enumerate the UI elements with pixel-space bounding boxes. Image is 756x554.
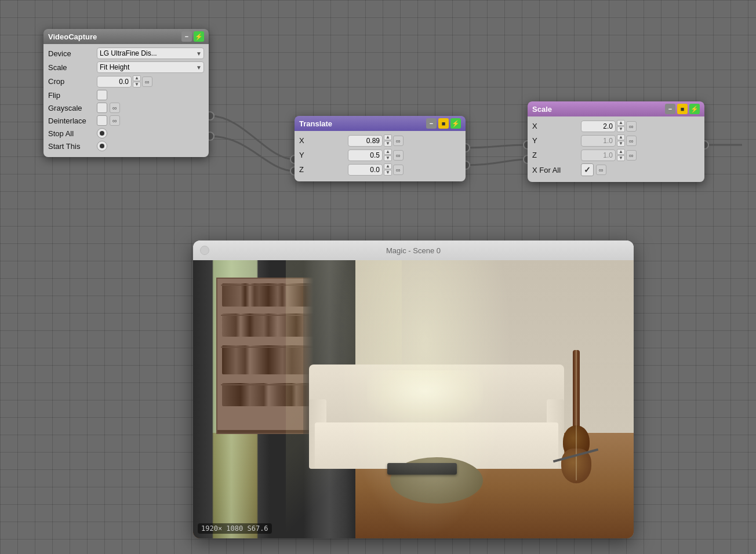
scale-select-wrapper[interactable]: Fit Height ▼ xyxy=(97,61,204,73)
preview-title: Magic - Scene 0 xyxy=(386,246,441,255)
scale-select[interactable]: Fit Height xyxy=(97,61,204,73)
scale-x-spinner: ▲ ▼ xyxy=(617,120,625,132)
preview-window: Magic - Scene 0 xyxy=(193,240,634,538)
crop-input-wrapper: ▲ ▼ ∞ xyxy=(97,75,204,88)
crop-up-btn[interactable]: ▲ xyxy=(133,75,141,81)
translate-y-input[interactable] xyxy=(348,150,383,161)
translate-x-spinner: ▲ ▼ xyxy=(384,134,392,147)
scale-x-down-btn[interactable]: ▼ xyxy=(617,126,625,132)
translate-z-wrapper: ▲ ▼ ∞ xyxy=(348,163,461,176)
scale-z-input[interactable] xyxy=(581,150,616,161)
translate-x-input[interactable] xyxy=(348,135,383,147)
translate-z-link-btn[interactable]: ∞ xyxy=(393,165,404,175)
scene-canvas xyxy=(193,260,634,538)
preview-content: 1920× 1080 S67.6 xyxy=(193,260,634,538)
scale-xforall-row: X For All ✓ ∞ xyxy=(532,163,700,176)
scale-xforall-link-btn[interactable]: ∞ xyxy=(596,165,606,175)
start-this-radio[interactable] xyxy=(97,141,107,151)
translate-y-up-btn[interactable]: ▲ xyxy=(384,149,392,155)
scale-header-btns: − ■ ⚡ xyxy=(665,104,700,114)
flip-label: Flip xyxy=(48,91,94,100)
translate-z-input[interactable] xyxy=(348,164,383,176)
grayscale-label: Grayscale xyxy=(48,104,94,112)
scale-y-wrapper: ▲ ▼ ∞ xyxy=(581,134,700,147)
scale-x-wrapper: ▲ ▼ ∞ xyxy=(581,120,700,132)
translate-y-down-btn[interactable]: ▼ xyxy=(384,155,392,161)
translate-x-down-btn[interactable]: ▼ xyxy=(384,141,392,147)
deinterlace-label: Deinterlace xyxy=(48,116,94,125)
crop-down-btn[interactable]: ▼ xyxy=(133,82,141,88)
translate-x-up-btn[interactable]: ▲ xyxy=(384,134,392,140)
start-this-radio-dot xyxy=(100,144,104,148)
crop-input[interactable] xyxy=(97,76,132,88)
grayscale-link-btn[interactable]: ∞ xyxy=(110,103,120,113)
device-label: Device xyxy=(48,49,94,58)
crop-spinner: ▲ ▼ xyxy=(133,75,141,88)
videocapture-title: VideoCapture xyxy=(48,32,97,41)
grayscale-checkbox[interactable] xyxy=(97,103,107,113)
scale-xforall-checkbox[interactable]: ✓ xyxy=(581,163,594,176)
crop-link-btn[interactable]: ∞ xyxy=(142,76,152,87)
scale-x-link-btn[interactable]: ∞ xyxy=(626,121,637,132)
translate-body: X ▲ ▼ ∞ Y ▲ ▼ ∞ Z xyxy=(295,131,466,181)
translate-z-up-btn[interactable]: ▲ xyxy=(384,163,392,169)
scale-minimize-btn[interactable]: − xyxy=(665,104,675,114)
translate-y-wrapper: ▲ ▼ ∞ xyxy=(348,149,461,161)
flip-row: Flip xyxy=(48,90,204,100)
preview-close-btn[interactable] xyxy=(200,246,209,255)
preview-titlebar: Magic - Scene 0 xyxy=(193,240,634,260)
videocapture-active-btn[interactable]: ⚡ xyxy=(194,31,204,42)
translate-y-spinner: ▲ ▼ xyxy=(384,149,392,161)
scale-xforall-label: X For All xyxy=(532,166,579,174)
scale-lock-btn[interactable]: ■ xyxy=(677,104,688,114)
scale-z-down-btn[interactable]: ▼ xyxy=(617,155,625,161)
scale-z-up-btn[interactable]: ▲ xyxy=(617,149,625,155)
guitar-string xyxy=(576,350,577,480)
videocapture-minimize-btn[interactable]: − xyxy=(181,31,192,42)
deinterlace-link-btn[interactable]: ∞ xyxy=(110,115,120,126)
scale-y-link-btn[interactable]: ∞ xyxy=(626,136,637,146)
translate-z-label: Z xyxy=(299,165,346,174)
translate-minimize-btn[interactable]: − xyxy=(426,118,437,129)
scale-xforall-checkmark: ✓ xyxy=(584,165,591,174)
device-select[interactable]: LG UltraFine Dis... xyxy=(97,48,204,59)
scale-z-spinner: ▲ ▼ xyxy=(617,149,625,161)
stop-all-row: Stop All xyxy=(48,128,204,138)
translate-z-down-btn[interactable]: ▼ xyxy=(384,170,392,176)
translate-x-label: X xyxy=(299,136,346,145)
translate-y-link-btn[interactable]: ∞ xyxy=(393,150,404,161)
deinterlace-checkbox[interactable] xyxy=(97,115,107,126)
scale-z-row: Z ▲ ▼ ∞ xyxy=(532,149,700,161)
stop-all-radio[interactable] xyxy=(97,128,107,138)
flip-checkbox[interactable] xyxy=(97,90,107,100)
scale-x-up-btn[interactable]: ▲ xyxy=(617,120,625,126)
start-this-row: Start This xyxy=(48,141,204,151)
scale-y-up-btn[interactable]: ▲ xyxy=(617,134,625,140)
videocapture-node[interactable]: VideoCapture − ⚡ Device LG UltraFine Dis… xyxy=(43,29,209,157)
scene-sofa xyxy=(309,365,564,469)
device-select-wrapper[interactable]: LG UltraFine Dis... ▼ xyxy=(97,48,204,59)
crop-row: Crop ▲ ▼ ∞ xyxy=(48,75,204,88)
scale-y-spinner: ▲ ▼ xyxy=(617,134,625,147)
translate-lock-btn[interactable]: ■ xyxy=(438,118,449,129)
translate-title: Translate xyxy=(299,119,332,128)
translate-x-link-btn[interactable]: ∞ xyxy=(393,136,404,146)
scale-z-link-btn[interactable]: ∞ xyxy=(626,150,637,161)
start-this-label: Start This xyxy=(48,142,94,151)
grayscale-row: Grayscale ∞ xyxy=(48,103,204,113)
translate-y-label: Y xyxy=(299,151,346,159)
scale-node[interactable]: Scale − ■ ⚡ X ▲ ▼ ∞ Y ▲ xyxy=(528,101,704,182)
translate-node[interactable]: Translate − ■ ⚡ X ▲ ▼ ∞ Y xyxy=(295,116,466,181)
videocapture-header-btns: − ⚡ xyxy=(181,31,204,42)
scale-active-btn[interactable]: ⚡ xyxy=(689,104,700,114)
scale-x-label: X xyxy=(532,122,579,130)
scale-x-input[interactable] xyxy=(581,121,616,132)
scale-label: Scale xyxy=(48,63,94,72)
translate-active-btn[interactable]: ⚡ xyxy=(450,118,461,129)
table-item xyxy=(387,463,457,475)
scale-header: Scale − ■ ⚡ xyxy=(528,101,704,116)
scale-y-input[interactable] xyxy=(581,135,616,147)
scale-y-row: Y ▲ ▼ ∞ xyxy=(532,134,700,147)
scale-y-down-btn[interactable]: ▼ xyxy=(617,141,625,147)
translate-z-row: Z ▲ ▼ ∞ xyxy=(299,163,461,176)
